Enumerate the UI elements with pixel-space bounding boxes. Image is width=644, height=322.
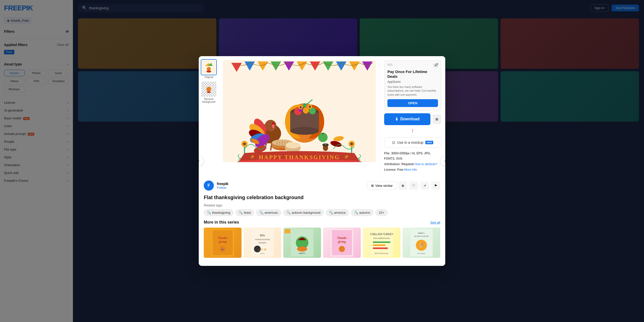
series-section: More in this series See all Thanks givin… bbox=[204, 220, 440, 258]
actions-row: ⊞ View similar ⊕ ♡ ↗ ⚑ bbox=[367, 182, 440, 190]
svg-point-26 bbox=[290, 127, 319, 135]
series-item-inner-4: Thanks giving bbox=[323, 228, 361, 258]
thumb-original-label: Original bbox=[201, 76, 217, 79]
search-icon-small-4: 🔍 bbox=[287, 211, 291, 214]
svg-text:THANKSGIVING: THANKSGIVING bbox=[255, 238, 270, 241]
file-info: File: 3000×2000px / AI, EPS, JPG, FONTS,… bbox=[384, 151, 441, 172]
modal-overlay[interactable]: ‹ › × bbox=[0, 0, 644, 322]
svg-text:HAPPY THANKSGIVING: HAPPY THANKSGIVING bbox=[259, 154, 340, 160]
tags-row: 🔍 thanksgiving 🔍 feast 🔍 american 🔍 autu… bbox=[204, 209, 440, 216]
modal-dialog: ‹ › × bbox=[199, 56, 445, 266]
collection-icon: ⊕ bbox=[401, 184, 404, 188]
attribution-row: Attribution: Required How to attribute? bbox=[384, 162, 441, 167]
series-item-inner-2: 90% THANKSGIVING DINNER 2.5M 🌾 92% bbox=[244, 228, 281, 258]
tags-section: Related tags: 🔍 thanksgiving 🔍 feast 🔍 a… bbox=[204, 203, 440, 216]
svg-text:flat design: flat design bbox=[417, 253, 425, 255]
file-info-row: File: 3000×2000px / AI, EPS, JPG, FONTS,… bbox=[384, 151, 441, 162]
view-similar-icon: ⊞ bbox=[371, 184, 374, 188]
favorite-button[interactable]: ♡ bbox=[409, 182, 418, 190]
svg-point-69 bbox=[350, 142, 353, 145]
svg-text:90% AMERICANS: 90% AMERICANS bbox=[373, 237, 390, 239]
license-row: License: Free More info bbox=[384, 167, 441, 173]
author-row: F freepik Follow ⊞ View similar ⊕ ♡ bbox=[204, 181, 440, 191]
svg-point-36 bbox=[265, 120, 276, 131]
svg-point-43 bbox=[272, 124, 274, 128]
more-tags-button[interactable]: 15+ bbox=[375, 209, 387, 216]
thumbnail-original[interactable]: Original bbox=[201, 59, 217, 79]
tag-thanksgiving[interactable]: 🔍 thanksgiving bbox=[204, 209, 233, 216]
series-item-1[interactable]: Thanks giving 🦃 bbox=[204, 228, 242, 258]
modal-bottom: F freepik Follow ⊞ View similar ⊕ ♡ bbox=[199, 176, 445, 266]
svg-text:HAPPY: HAPPY bbox=[299, 252, 306, 255]
svg-text:20 NOV 01:00 PM: 20 NOV 01:00 PM bbox=[414, 235, 429, 237]
series-title: More in this series bbox=[204, 220, 239, 225]
download-icon: ⬇ bbox=[395, 117, 398, 122]
svg-point-89 bbox=[297, 246, 307, 252]
tag-autumn-background[interactable]: 🔍 autumn background bbox=[283, 209, 324, 216]
download-format-button[interactable]: ⊞ bbox=[432, 114, 441, 124]
ad-box: ADS ✕ Pay Once For Lifetime Deals AppSum… bbox=[384, 60, 441, 110]
tag-autumn[interactable]: 🔍 autumn bbox=[351, 209, 373, 216]
svg-text:🌾: 🌾 bbox=[344, 154, 349, 159]
svg-text:92%: 92% bbox=[260, 252, 264, 255]
svg-point-95 bbox=[339, 246, 345, 252]
series-item-3[interactable]: 👑 HAPPY bbox=[283, 228, 321, 258]
search-icon-small-3: 🔍 bbox=[259, 211, 263, 214]
flag-icon: ⚑ bbox=[434, 184, 437, 188]
svg-point-55 bbox=[286, 142, 300, 148]
series-item-4[interactable]: Thanks giving bbox=[323, 228, 361, 258]
use-in-mockup-button[interactable]: ⊡ Use in a mockup NEW bbox=[384, 137, 441, 148]
follow-button[interactable]: Follow bbox=[217, 186, 228, 190]
view-similar-button[interactable]: ⊞ View similar bbox=[367, 182, 396, 190]
thumb-original[interactable] bbox=[201, 59, 217, 75]
search-icon-small-2: 🔍 bbox=[239, 211, 243, 214]
thumbnail-remove-bg[interactable]: Remove background bbox=[201, 81, 217, 103]
series-item-inner-5: 2 MILLION TURKEY 90% AMERICANS 90% Ameri… bbox=[363, 228, 400, 258]
author-avatar: F bbox=[204, 181, 214, 191]
right-panel: ADS ✕ Pay Once For Lifetime Deals AppSum… bbox=[380, 56, 445, 177]
author-info: freepik Follow bbox=[217, 182, 228, 190]
share-icon: ↗ bbox=[423, 184, 426, 188]
ad-brand: AppSumo bbox=[387, 80, 438, 84]
svg-point-34 bbox=[309, 106, 311, 108]
modal-close-button[interactable]: × bbox=[433, 60, 441, 68]
search-icon-small: 🔍 bbox=[207, 211, 211, 214]
svg-text:2 MILLION TURKEY: 2 MILLION TURKEY bbox=[370, 233, 393, 236]
new-badge: NEW bbox=[425, 141, 433, 144]
svg-rect-58 bbox=[325, 143, 326, 145]
download-button[interactable]: ⬇ Download bbox=[384, 113, 430, 125]
svg-text:🧺: 🧺 bbox=[418, 242, 425, 248]
mockup-icon: ⊡ bbox=[392, 140, 395, 145]
search-icon-small-5: 🔍 bbox=[329, 211, 333, 214]
download-row: ⬇ Download ⊞ bbox=[384, 113, 441, 125]
tag-america[interactable]: 🔍 america bbox=[326, 209, 349, 216]
svg-rect-64 bbox=[322, 133, 323, 135]
add-collection-button[interactable]: ⊕ bbox=[398, 182, 407, 190]
svg-text:DINNER: DINNER bbox=[259, 242, 266, 244]
series-item-5[interactable]: 2 MILLION TURKEY 90% AMERICANS 90% Ameri… bbox=[363, 228, 400, 258]
tags-label: Related tags: bbox=[204, 203, 440, 207]
premium-crown-icon: 👑 bbox=[285, 229, 290, 233]
more-info-link[interactable]: More info bbox=[404, 168, 417, 171]
series-item-2[interactable]: 90% THANKSGIVING DINNER 2.5M 🌾 92% bbox=[244, 228, 281, 258]
see-all-link[interactable]: See all bbox=[430, 221, 440, 224]
tag-feast[interactable]: 🔍 feast bbox=[235, 209, 254, 216]
ad-title: Pay Once For Lifetime Deals bbox=[387, 69, 438, 79]
tag-american[interactable]: 🔍 american bbox=[256, 209, 281, 216]
svg-text:2.5M 🌾: 2.5M 🌾 bbox=[258, 248, 267, 251]
main-image-container: HAPPY THANKSGIVING 🌾 🌾 bbox=[223, 60, 376, 162]
series-item-inner-6: PARTY 20 NOV 01:00 PM 🧺 flat design bbox=[403, 228, 440, 258]
thumb-remove-bg-label: Remove background bbox=[201, 98, 217, 103]
series-item-6[interactable]: PARTY 20 NOV 01:00 PM 🧺 flat design bbox=[403, 228, 440, 258]
modal-body: Original Remove background bbox=[199, 56, 445, 177]
svg-text:90%: 90% bbox=[260, 234, 265, 237]
svg-point-5 bbox=[206, 87, 211, 91]
series-grid: Thanks giving 🦃 90% bbox=[204, 228, 440, 258]
share-button[interactable]: ↗ bbox=[420, 182, 429, 190]
how-to-attribute-link[interactable]: How to attribute? bbox=[415, 162, 437, 166]
svg-point-3 bbox=[207, 67, 211, 71]
report-button[interactable]: ⚑ bbox=[431, 182, 440, 190]
ad-open-button[interactable]: OPEN bbox=[387, 99, 438, 107]
thumb-remove-bg[interactable] bbox=[201, 81, 217, 97]
author-name: freepik bbox=[217, 182, 228, 186]
